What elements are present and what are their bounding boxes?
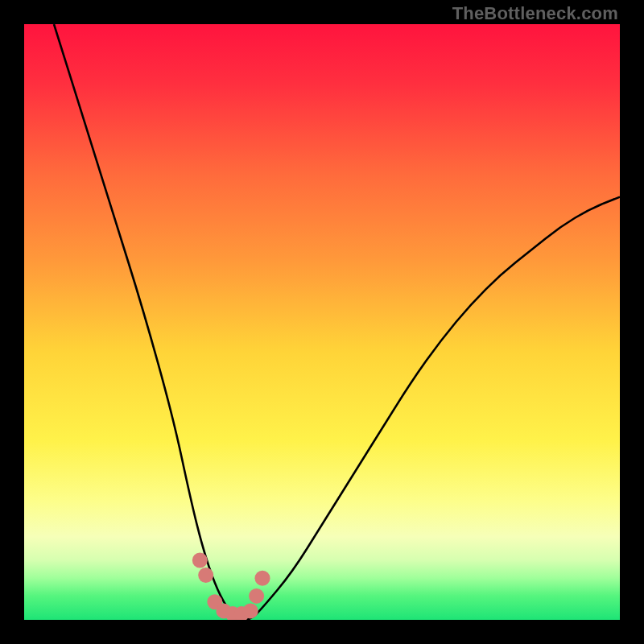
highlight-dot	[198, 568, 213, 583]
curve-layer	[24, 24, 620, 620]
chart-frame: TheBottleneck.com	[0, 0, 644, 644]
highlight-dot	[243, 603, 258, 618]
bottleneck-curve	[54, 24, 620, 620]
highlight-dot	[192, 553, 208, 568]
highlight-dot	[249, 588, 264, 604]
watermark-text: TheBottleneck.com	[452, 3, 618, 24]
plot-area	[24, 24, 620, 620]
highlight-dot	[255, 571, 270, 586]
